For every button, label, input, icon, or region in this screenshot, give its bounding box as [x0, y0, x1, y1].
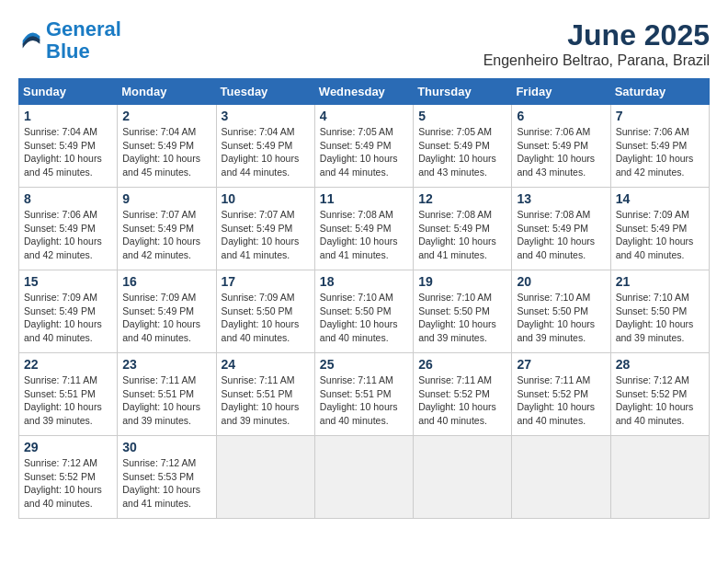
calendar-day-cell: 21Sunrise: 7:10 AMSunset: 5:50 PMDayligh… [610, 270, 709, 353]
calendar-day-cell: 24Sunrise: 7:11 AMSunset: 5:51 PMDayligh… [216, 353, 314, 436]
day-number: 22 [24, 357, 112, 372]
day-number: 10 [222, 191, 310, 206]
day-number: 26 [418, 357, 506, 372]
day-info: Sunrise: 7:12 AMSunset: 5:52 PMDaylight:… [24, 456, 112, 511]
calendar-day-cell: 7Sunrise: 7:06 AMSunset: 5:49 PMDaylight… [610, 105, 709, 188]
calendar-day-cell: 16Sunrise: 7:09 AMSunset: 5:49 PMDayligh… [118, 270, 216, 353]
calendar-week-row: 29Sunrise: 7:12 AMSunset: 5:52 PMDayligh… [19, 436, 710, 519]
day-info: Sunrise: 7:08 AMSunset: 5:49 PMDaylight:… [517, 208, 605, 262]
day-number: 18 [320, 274, 408, 289]
calendar-day-cell: 10Sunrise: 7:07 AMSunset: 5:49 PMDayligh… [216, 188, 314, 270]
day-number: 29 [24, 440, 112, 454]
calendar-day-cell: 11Sunrise: 7:08 AMSunset: 5:49 PMDayligh… [314, 188, 413, 270]
day-info: Sunrise: 7:07 AMSunset: 5:49 PMDaylight:… [222, 208, 310, 262]
day-info: Sunrise: 7:12 AMSunset: 5:53 PMDaylight:… [122, 456, 210, 511]
day-number: 5 [418, 109, 506, 123]
calendar-day-cell: 27Sunrise: 7:11 AMSunset: 5:52 PMDayligh… [512, 353, 610, 436]
calendar-day-cell: 30Sunrise: 7:12 AMSunset: 5:53 PMDayligh… [118, 436, 216, 519]
weekday-header: Sunday [19, 79, 118, 105]
day-info: Sunrise: 7:08 AMSunset: 5:49 PMDaylight:… [320, 208, 408, 262]
day-info: Sunrise: 7:06 AMSunset: 5:49 PMDaylight:… [616, 125, 704, 179]
day-number: 19 [418, 274, 506, 289]
calendar-week-row: 15Sunrise: 7:09 AMSunset: 5:49 PMDayligh… [19, 270, 710, 353]
page-header: General Blue June 2025 Engenheiro Beltra… [18, 18, 710, 69]
calendar-day-cell [216, 436, 314, 519]
calendar-day-cell: 23Sunrise: 7:11 AMSunset: 5:51 PMDayligh… [118, 353, 216, 436]
calendar-day-cell [512, 436, 610, 519]
calendar-week-row: 22Sunrise: 7:11 AMSunset: 5:51 PMDayligh… [19, 353, 710, 436]
calendar-day-cell: 18Sunrise: 7:10 AMSunset: 5:50 PMDayligh… [314, 270, 413, 353]
day-info: Sunrise: 7:04 AMSunset: 5:49 PMDaylight:… [24, 125, 112, 179]
location-title: Engenheiro Beltrao, Parana, Brazil [483, 52, 710, 69]
calendar-day-cell: 22Sunrise: 7:11 AMSunset: 5:51 PMDayligh… [19, 353, 118, 436]
day-number: 8 [24, 191, 112, 206]
day-info: Sunrise: 7:11 AMSunset: 5:51 PMDaylight:… [222, 373, 310, 428]
day-info: Sunrise: 7:05 AMSunset: 5:49 PMDaylight:… [320, 125, 408, 179]
day-number: 15 [24, 274, 112, 289]
day-info: Sunrise: 7:04 AMSunset: 5:49 PMDaylight:… [122, 125, 210, 179]
day-number: 9 [122, 191, 210, 206]
day-number: 2 [122, 109, 210, 123]
calendar-day-cell: 29Sunrise: 7:12 AMSunset: 5:52 PMDayligh… [19, 436, 118, 519]
calendar-day-cell: 12Sunrise: 7:08 AMSunset: 5:49 PMDayligh… [414, 188, 512, 270]
calendar-day-cell: 14Sunrise: 7:09 AMSunset: 5:49 PMDayligh… [610, 188, 709, 270]
day-number: 11 [320, 191, 408, 206]
day-info: Sunrise: 7:11 AMSunset: 5:51 PMDaylight:… [320, 373, 408, 428]
calendar-day-cell: 3Sunrise: 7:04 AMSunset: 5:49 PMDaylight… [216, 105, 314, 188]
day-info: Sunrise: 7:10 AMSunset: 5:50 PMDaylight:… [616, 291, 704, 345]
day-number: 6 [517, 109, 605, 123]
calendar-day-cell: 1Sunrise: 7:04 AMSunset: 5:49 PMDaylight… [19, 105, 118, 188]
weekday-header: Wednesday [314, 79, 413, 105]
day-number: 16 [122, 274, 210, 289]
day-number: 20 [517, 274, 605, 289]
calendar-day-cell: 15Sunrise: 7:09 AMSunset: 5:49 PMDayligh… [19, 270, 118, 353]
day-number: 12 [418, 191, 506, 206]
calendar-table: SundayMondayTuesdayWednesdayThursdayFrid… [18, 78, 710, 519]
calendar-day-cell: 9Sunrise: 7:07 AMSunset: 5:49 PMDaylight… [118, 188, 216, 270]
calendar-day-cell: 5Sunrise: 7:05 AMSunset: 5:49 PMDaylight… [414, 105, 512, 188]
day-number: 30 [122, 440, 210, 454]
day-info: Sunrise: 7:10 AMSunset: 5:50 PMDaylight:… [320, 291, 408, 345]
day-number: 14 [616, 191, 704, 206]
day-info: Sunrise: 7:11 AMSunset: 5:51 PMDaylight:… [24, 373, 112, 428]
day-number: 13 [517, 191, 605, 206]
weekday-header: Tuesday [216, 79, 314, 105]
day-info: Sunrise: 7:11 AMSunset: 5:52 PMDaylight:… [517, 373, 605, 428]
calendar-header-row: SundayMondayTuesdayWednesdayThursdayFrid… [19, 79, 710, 105]
weekday-header: Saturday [610, 79, 709, 105]
weekday-header: Thursday [414, 79, 512, 105]
calendar-day-cell: 25Sunrise: 7:11 AMSunset: 5:51 PMDayligh… [314, 353, 413, 436]
logo-icon [18, 28, 44, 53]
calendar-day-cell: 4Sunrise: 7:05 AMSunset: 5:49 PMDaylight… [314, 105, 413, 188]
calendar-day-cell [610, 436, 709, 519]
calendar-day-cell: 8Sunrise: 7:06 AMSunset: 5:49 PMDaylight… [19, 188, 118, 270]
day-number: 28 [616, 357, 704, 372]
day-info: Sunrise: 7:10 AMSunset: 5:50 PMDaylight:… [418, 291, 506, 345]
calendar-day-cell: 6Sunrise: 7:06 AMSunset: 5:49 PMDaylight… [512, 105, 610, 188]
calendar-week-row: 1Sunrise: 7:04 AMSunset: 5:49 PMDaylight… [19, 105, 710, 188]
calendar-day-cell: 19Sunrise: 7:10 AMSunset: 5:50 PMDayligh… [414, 270, 512, 353]
day-info: Sunrise: 7:09 AMSunset: 5:49 PMDaylight:… [122, 291, 210, 345]
day-info: Sunrise: 7:10 AMSunset: 5:50 PMDaylight:… [517, 291, 605, 345]
day-number: 17 [222, 274, 310, 289]
calendar-day-cell: 28Sunrise: 7:12 AMSunset: 5:52 PMDayligh… [610, 353, 709, 436]
day-info: Sunrise: 7:11 AMSunset: 5:52 PMDaylight:… [418, 373, 506, 428]
day-info: Sunrise: 7:09 AMSunset: 5:50 PMDaylight:… [222, 291, 310, 345]
month-title: June 2025 [483, 18, 710, 52]
day-number: 23 [122, 357, 210, 372]
day-number: 3 [222, 109, 310, 123]
weekday-header: Monday [118, 79, 216, 105]
weekday-header: Friday [512, 79, 610, 105]
day-number: 27 [517, 357, 605, 372]
day-info: Sunrise: 7:11 AMSunset: 5:51 PMDaylight:… [122, 373, 210, 428]
logo: General Blue [18, 18, 121, 63]
day-info: Sunrise: 7:05 AMSunset: 5:49 PMDaylight:… [418, 125, 506, 179]
day-info: Sunrise: 7:06 AMSunset: 5:49 PMDaylight:… [517, 125, 605, 179]
day-number: 1 [24, 109, 112, 123]
calendar-day-cell: 17Sunrise: 7:09 AMSunset: 5:50 PMDayligh… [216, 270, 314, 353]
calendar-day-cell [414, 436, 512, 519]
day-info: Sunrise: 7:06 AMSunset: 5:49 PMDaylight:… [24, 208, 112, 262]
calendar-day-cell: 13Sunrise: 7:08 AMSunset: 5:49 PMDayligh… [512, 188, 610, 270]
day-info: Sunrise: 7:12 AMSunset: 5:52 PMDaylight:… [616, 373, 704, 428]
day-number: 24 [222, 357, 310, 372]
